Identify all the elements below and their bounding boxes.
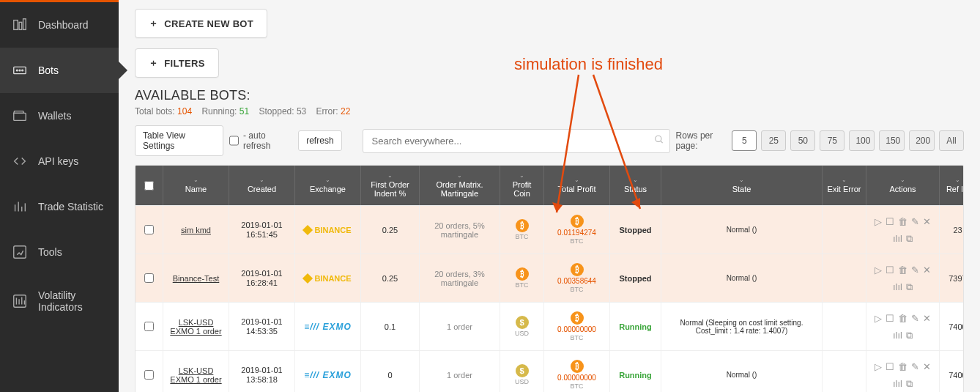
bot-name-cell: Binance-Test [163,254,229,302]
close-icon[interactable]: ✕ [923,217,931,226]
exchange-cell: BINANCE [295,206,361,254]
rows-per-page-5[interactable]: 5 [732,130,757,151]
col-exit-error[interactable]: ⌄Exit Error [823,166,866,205]
stop-icon[interactable]: ☐ [886,265,894,275]
table-row: LSK-USD EXMO 1 order2019-01-0113:58:18≡/… [136,350,963,392]
column-label: Name [185,185,207,193]
close-icon[interactable]: ✕ [923,265,931,275]
actions-cell: ▷☐🗑✎✕ılıl⧉ [866,254,940,302]
col-actions[interactable]: ⌄Actions [866,166,940,205]
row-checkbox[interactable] [144,322,154,331]
delete-icon[interactable]: 🗑 [898,362,907,371]
ref-id-cell: 7400 [940,303,964,350]
col-exchange[interactable]: ⌄Exchange [295,166,361,205]
row-checkbox[interactable] [144,370,154,380]
delete-icon[interactable]: 🗑 [898,314,907,323]
matrix-cell: 1 order [420,303,500,350]
col-profit-coin[interactable]: ⌄Profit Coin [500,166,544,205]
delete-icon[interactable]: 🗑 [898,265,907,275]
sidebar-item-api-keys[interactable]: API keys [0,138,119,184]
running-label: Running: [201,106,237,117]
stop-icon[interactable]: ☐ [886,314,894,323]
bot-name-link[interactable]: LSK-USD EXMO 1 order [168,318,224,336]
stats-icon[interactable]: ılıl [893,282,902,292]
coin-icon: $ [516,316,529,329]
close-icon[interactable]: ✕ [923,362,931,371]
play-icon[interactable]: ▷ [875,217,882,226]
btc-icon: ₿ [571,263,584,276]
coin-icon: ₿ [516,267,529,281]
play-icon[interactable]: ▷ [875,362,882,371]
sidebar-item-wallets[interactable]: Wallets [0,93,119,138]
state-cell: Normal () [661,351,823,392]
edit-icon[interactable]: ✎ [911,314,919,323]
copy-icon[interactable]: ⧉ [906,234,913,243]
edit-icon[interactable]: ✎ [911,362,919,371]
col-ref-id[interactable]: ⌄Ref ID [940,166,964,205]
actions-cell: ▷☐🗑✎✕ılıl⧉ [866,351,940,392]
rows-per-page-50[interactable]: 50 [790,130,815,151]
ref-id-cell: 23 [940,206,964,254]
bots-icon [12,62,28,78]
auto-refresh-toggle[interactable]: - auto refresh [229,130,292,151]
sidebar-item-trade-statistic[interactable]: Trade Statistic [0,184,119,229]
sidebar-item-bots[interactable]: Bots [0,48,119,93]
col-name[interactable]: ⌄Name [163,166,229,205]
copy-icon[interactable]: ⧉ [906,379,913,388]
col-status[interactable]: ⌄Status [610,166,661,205]
state-cell: Normal () [661,254,823,302]
svg-rect-12 [14,246,26,259]
col-state[interactable]: ⌄State [661,166,823,205]
wallet-icon [12,108,28,124]
row-checkbox[interactable] [144,273,154,283]
total-profit-cell: ₿0.00358644BTC [544,254,610,302]
stats-icon[interactable]: ılıl [893,234,902,243]
bot-name-link[interactable]: sim kmd [181,226,211,234]
bot-name-link[interactable]: Binance-Test [173,274,220,283]
filters-button[interactable]: ＋ FILTERS [135,48,219,78]
rows-per-page-100[interactable]: 100 [849,130,875,151]
select-all-checkbox[interactable] [144,181,154,191]
stop-icon[interactable]: ☐ [886,217,894,226]
svg-rect-1 [19,22,22,29]
column-label: Ref ID [946,185,964,193]
sidebar-item-label: Trade Statistic [38,201,103,212]
search-input[interactable] [363,129,670,153]
copy-icon[interactable]: ⧉ [906,282,913,292]
exit-error-cell [823,351,866,392]
col-order-matrix-martingale[interactable]: ⌄Order Matrix. Martingale [420,166,500,205]
rows-per-page-150[interactable]: 150 [879,130,905,151]
col-first-order-indent-[interactable]: ⌄First Order Indent % [361,166,420,205]
col-created[interactable]: ⌄Created [229,166,295,205]
copy-icon[interactable]: ⧉ [906,330,913,340]
stopped-value: 53 [297,106,306,117]
close-icon[interactable]: ✕ [923,314,931,323]
table-view-settings-button[interactable]: Table View Settings [135,125,223,156]
create-new-bot-button[interactable]: ＋ CREATE NEW BOT [135,9,267,38]
delete-icon[interactable]: 🗑 [898,217,907,226]
sidebar-item-tools[interactable]: Tools [0,229,119,275]
stop-icon[interactable]: ☐ [886,362,894,371]
refresh-button[interactable]: refresh [298,130,341,151]
rows-per-page-25[interactable]: 25 [761,130,786,151]
col-total-profit[interactable]: ⌄Total Profit [544,166,610,205]
sort-caret-icon: ⌄ [900,177,905,183]
stopped-label: Stopped: [259,106,294,117]
stats-icon[interactable]: ılıl [893,330,902,340]
stats-icon[interactable]: ılıl [893,379,902,388]
rows-per-page-all[interactable]: All [939,130,964,151]
edit-icon[interactable]: ✎ [911,217,919,226]
play-icon[interactable]: ▷ [875,314,882,323]
sidebar-item-volatility-indicators[interactable]: Volatility Indicators [0,275,119,328]
edit-icon[interactable]: ✎ [911,265,919,275]
rows-per-page-200[interactable]: 200 [909,130,935,151]
row-checkbox[interactable] [144,225,154,234]
auto-refresh-checkbox[interactable] [229,136,239,146]
bot-name-link[interactable]: LSK-USD EXMO 1 order [168,366,224,384]
play-icon[interactable]: ▷ [875,265,882,275]
sidebar-item-dashboard[interactable]: Dashboard [0,2,119,48]
exit-error-cell [823,206,866,254]
bot-stats: Total bots: 104 Running: 51 Stopped: 53 … [135,106,964,117]
tools-icon [12,244,28,260]
rows-per-page-75[interactable]: 75 [820,130,844,151]
